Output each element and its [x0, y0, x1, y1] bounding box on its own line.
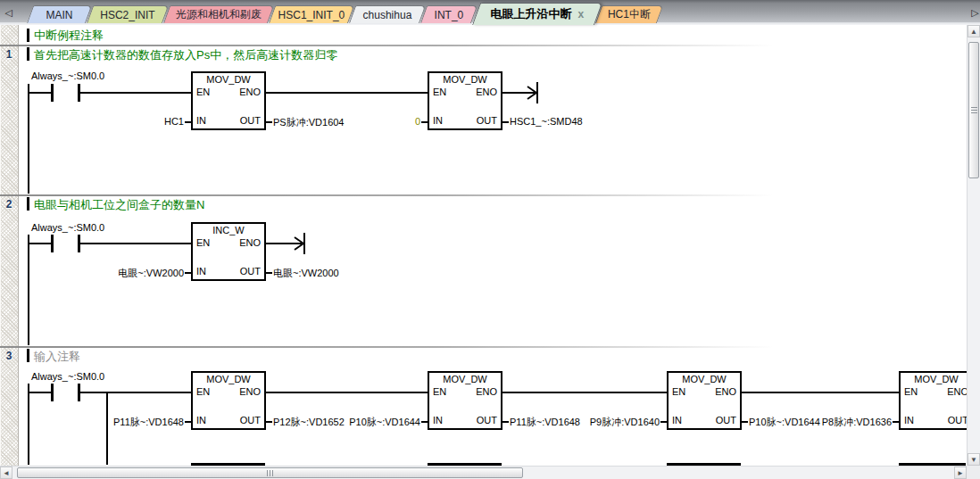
- tab-label: 电眼上升沿中断: [491, 6, 572, 22]
- tab-label: chushihua: [363, 9, 412, 21]
- pin-eno: ENO: [239, 386, 261, 397]
- tab-chushihua[interactable]: chushihua: [349, 5, 426, 23]
- pin-out: OUT: [240, 415, 261, 425]
- tab-scroll-right-icon[interactable]: ▷: [968, 5, 980, 21]
- operand-input[interactable]: P8脉冲:VD1636: [758, 416, 892, 429]
- pin-eno: ENO: [476, 87, 497, 97]
- tab-hsc2-init[interactable]: HSC2_INIT: [87, 5, 169, 23]
- tab-label: HSC2_INIT: [100, 9, 154, 21]
- pin-eno: ENO: [947, 386, 968, 397]
- pin-en: EN: [433, 386, 446, 397]
- operand-input[interactable]: HC1: [50, 116, 184, 127]
- tab-scroll-left-icon[interactable]: ◁: [2, 5, 15, 21]
- network-number[interactable]: 3: [2, 350, 16, 362]
- operand-output[interactable]: 电眼~:VW2000: [273, 267, 339, 280]
- microwin-editor-window: ◁ MAIN HSC2_INIT 光源和相机和剔废 HSC1_INIT_0 ch…: [0, 0, 980, 479]
- tab-label: HC1中断: [608, 7, 651, 22]
- tab-hsc1-init-0[interactable]: HSC1_INIT_0: [269, 5, 354, 23]
- pin-eno: ENO: [715, 386, 736, 397]
- vertical-scrollbar-thumb[interactable]: [968, 42, 979, 178]
- pou-header-comment[interactable]: 中断例程注释: [34, 28, 104, 44]
- tab-light-camera-reject[interactable]: 光源和相机和剔废: [163, 5, 274, 23]
- thumb-grip: [971, 107, 977, 114]
- operand-input[interactable]: P11脉~:VD1648: [50, 416, 184, 429]
- pin-eno: ENO: [239, 87, 261, 97]
- scroll-up-icon[interactable]: ▲: [968, 25, 980, 37]
- contact-legs-and-next-row: [53, 84, 967, 465]
- operand-input[interactable]: P9脉冲:VD1640: [526, 416, 660, 429]
- pin-out: OUT: [477, 415, 497, 425]
- pin-in: IN: [904, 415, 914, 425]
- pin-in: IN: [672, 415, 682, 425]
- pin-en: EN: [433, 87, 446, 97]
- horizontal-scrollbar[interactable]: ◄ ►: [0, 466, 967, 479]
- pin-in: IN: [196, 266, 206, 277]
- instruction-box-mov-dw[interactable]: MOV_DW EN ENO IN OUT: [191, 371, 266, 430]
- pin-in: IN: [196, 415, 206, 425]
- box-title: MOV_DW: [193, 374, 264, 384]
- network-separator: [0, 346, 967, 348]
- instruction-box-mov-dw[interactable]: MOV_DW EN ENO IN OUT: [899, 371, 974, 430]
- network-number[interactable]: 1: [2, 48, 16, 61]
- pin-en: EN: [196, 237, 210, 248]
- box-title: MOV_DW: [429, 74, 501, 85]
- network-comment[interactable]: 电眼与相机工位之间盒子的数量N: [34, 197, 204, 213]
- instruction-box-mov-dw[interactable]: MOV_DW EN ENO IN OUT: [667, 371, 742, 430]
- pou-tab-bar: ◁ MAIN HSC2_INIT 光源和相机和剔废 HSC1_INIT_0 ch…: [0, 0, 980, 25]
- tab-main[interactable]: MAIN: [27, 5, 92, 23]
- comment-marker: [27, 29, 29, 42]
- network-separator: [0, 194, 967, 196]
- tab-hc1-interrupt[interactable]: HC1中断: [595, 5, 663, 23]
- tab-close-icon[interactable]: x: [578, 9, 585, 20]
- thumb-grip: [267, 470, 274, 476]
- network-separator: [0, 45, 967, 46]
- comment-marker: [27, 47, 29, 61]
- scroll-left-icon[interactable]: ◄: [0, 467, 12, 479]
- pin-out: OUT: [477, 115, 497, 126]
- tab-label: 光源和相机和剔废: [176, 7, 262, 22]
- scroll-down-icon[interactable]: ▼: [968, 453, 980, 466]
- ladder-editor-area: 中断例程注释 1 首先把高速计数器的数值存放入Ps中，然后高速计数器归零 Alw…: [0, 25, 980, 479]
- instruction-box-inc-w[interactable]: INC_W EN ENO IN OUT: [191, 222, 266, 281]
- pin-out: OUT: [716, 415, 736, 425]
- pin-en: EN: [196, 87, 210, 97]
- instruction-box-mov-dw[interactable]: MOV_DW EN ENO IN OUT: [428, 71, 502, 130]
- contact-operand-label[interactable]: Always_~:SM0.0: [31, 70, 104, 81]
- network-comment-placeholder[interactable]: 输入注释: [34, 349, 80, 365]
- pin-out: OUT: [240, 115, 261, 126]
- pin-in: IN: [433, 415, 443, 425]
- tab-interrupt-rising-edge-active[interactable]: 电眼上升沿中断 x: [472, 3, 602, 25]
- instruction-box-mov-dw[interactable]: MOV_DW EN ENO IN OUT: [191, 71, 266, 130]
- network-number[interactable]: 2: [2, 198, 16, 211]
- network-comment[interactable]: 首先把高速计数器的数值存放入Ps中，然后高速计数器归零: [34, 47, 337, 63]
- operand-output[interactable]: HSC1_~:SMD48: [510, 116, 583, 127]
- pin-en: EN: [904, 386, 918, 397]
- contact-operand-label[interactable]: Always_~:SM0.0: [31, 371, 104, 382]
- horizontal-scrollbar-thumb[interactable]: [17, 467, 523, 478]
- scrollbar-corner: [967, 466, 980, 479]
- contact-operand-label[interactable]: Always_~:SM0.0: [31, 222, 104, 233]
- pin-out: OUT: [240, 266, 261, 277]
- pin-en: EN: [196, 386, 210, 397]
- box-title: INC_W: [193, 225, 264, 235]
- box-title: MOV_DW: [193, 74, 264, 85]
- box-title: MOV_DW: [669, 374, 740, 384]
- pin-in: IN: [196, 115, 206, 126]
- tab-label: HSC1_INIT_0: [278, 9, 345, 21]
- tab-label: INT_0: [435, 9, 464, 21]
- operand-input-constant[interactable]: 0: [287, 116, 420, 127]
- pin-en: EN: [672, 386, 685, 397]
- vertical-scrollbar[interactable]: ▲ ▼: [967, 25, 980, 466]
- tab-label: MAIN: [46, 9, 72, 21]
- pin-eno: ENO: [239, 237, 261, 248]
- operand-input[interactable]: P10脉~:VD1644: [287, 416, 420, 429]
- pin-eno: ENO: [476, 386, 497, 397]
- tab-int-0[interactable]: INT_0: [420, 5, 478, 23]
- pin-out: OUT: [948, 415, 968, 425]
- comment-marker: [27, 349, 29, 362]
- box-title: MOV_DW: [429, 374, 501, 384]
- scroll-right-icon[interactable]: ►: [954, 467, 967, 479]
- instruction-box-mov-dw[interactable]: MOV_DW EN ENO IN OUT: [428, 371, 502, 430]
- operand-input[interactable]: 电眼~:VW2000: [50, 267, 184, 280]
- pin-in: IN: [433, 115, 443, 126]
